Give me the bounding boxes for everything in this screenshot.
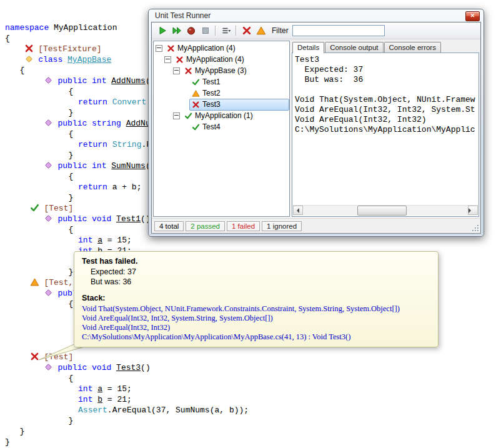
tree-item-label: Test2 — [202, 89, 221, 97]
method-icon[interactable] — [44, 76, 54, 85]
tree-item[interactable]: MyApplication (4) — [154, 42, 289, 54]
h-scrollbar[interactable] — [293, 205, 478, 216]
tree-item[interactable]: Test3 — [154, 99, 289, 110]
code-line: } — [5, 426, 496, 437]
collapse-expander[interactable] — [164, 56, 171, 63]
test-failed-icon — [192, 101, 200, 109]
scroll-left-button[interactable] — [293, 206, 303, 215]
resize-grip[interactable] — [472, 225, 479, 232]
tree-item[interactable]: MyApplication (1) — [154, 110, 289, 121]
method-icon[interactable] — [44, 288, 54, 297]
code-line: int b = 21; — [5, 394, 496, 405]
filter-input[interactable] — [292, 25, 385, 36]
tree-item-label: MyAppBase (3) — [195, 66, 247, 75]
toolbar-separator — [236, 26, 237, 36]
tooltip-expected: Expected: 37 — [82, 267, 433, 277]
details-line: Expected: 37 — [295, 65, 476, 75]
stack-frame-link[interactable]: C:\MySolutions\MyApplication\MyApplicati… — [82, 332, 433, 342]
collapse-expander[interactable] — [173, 67, 180, 74]
right-arrow-icon — [469, 208, 479, 213]
scrollbar-track[interactable] — [303, 206, 468, 216]
title-bar[interactable]: Unit Test Runner ✕ — [149, 9, 484, 22]
toolbar-separator — [215, 26, 216, 36]
details-line: Void AreEqual(Int32, Int32) — [295, 115, 476, 125]
code-line: } — [5, 416, 496, 426]
tree-item[interactable]: MyAppBase (3) — [154, 65, 289, 76]
test-ignored-icon — [192, 89, 200, 97]
code-line: Assert.AreEqual(37, SumNums(a, b)); — [5, 405, 496, 416]
test-failed-icon — [184, 67, 192, 75]
scrollbar-thumb[interactable] — [357, 206, 407, 216]
details-line: Void That(System.Object, NUnit.Framew — [295, 95, 476, 105]
status-passed: 2 passed — [186, 221, 225, 231]
tab-details[interactable]: Details — [292, 42, 324, 53]
test-failed-icon — [167, 44, 175, 52]
window-client-area: Filter MyApplication (4)MyApplication (4… — [151, 22, 481, 234]
close-button[interactable]: ✕ — [465, 11, 480, 21]
test-passed-icon[interactable] — [30, 203, 40, 212]
stack-frame-link[interactable]: Void AreEqual(Int32, Int32, System.Strin… — [82, 314, 433, 323]
method-icon[interactable] — [44, 214, 54, 223]
main-content: MyApplication (4)MyApplication (4)MyAppB… — [152, 39, 480, 218]
tree-item-label: Test3 — [202, 100, 221, 109]
scroll-right-button[interactable] — [468, 206, 478, 215]
code-line: } — [5, 437, 496, 447]
status-total: 4 total — [154, 221, 184, 231]
status-failed: 1 failed — [227, 221, 260, 231]
details-line: Void AreEqual(Int32, Int32, System.St — [295, 105, 476, 115]
details-tabs: DetailsConsole outputConsole errors — [292, 41, 479, 52]
code-line: int a = 15; — [5, 384, 496, 394]
toolbar: Filter — [152, 22, 480, 39]
left-arrow-icon — [294, 208, 299, 213]
unit-test-runner-window[interactable]: Unit Test Runner ✕ Filter MyApplication … — [148, 9, 484, 237]
collapse-expander[interactable] — [156, 45, 162, 52]
tree-item[interactable]: Test2 — [154, 87, 289, 99]
test-failed-icon — [176, 56, 184, 64]
show-failed-filter-button[interactable] — [240, 24, 253, 37]
tree-item[interactable]: Test4 — [154, 121, 289, 132]
tree-item-label: MyApplication (4) — [177, 44, 236, 52]
details-panel: DetailsConsole outputConsole errors Test… — [292, 41, 479, 217]
collapse-expander[interactable] — [173, 112, 180, 119]
tab-console-errors[interactable]: Console errors — [384, 42, 441, 52]
class-icon[interactable] — [24, 54, 34, 64]
screen: namespace MyApplication{ [TestFixture] c… — [0, 0, 496, 448]
run-test-button[interactable] — [156, 24, 169, 37]
tooltip-title: Test has failed. — [82, 257, 433, 267]
code-line: public void Test3() — [5, 362, 496, 373]
tooltip-butwas: But was: 36 — [82, 277, 433, 287]
options-dropdown-button[interactable] — [219, 24, 232, 37]
test-passed-icon — [192, 78, 200, 86]
stack-frame-link[interactable]: Void That(System.Object, NUnit.Framework… — [82, 304, 433, 314]
tree-item-label: MyApplication (4) — [186, 55, 244, 64]
test-ignored-icon[interactable] — [30, 277, 40, 287]
details-line — [295, 85, 476, 95]
method-icon[interactable] — [44, 161, 54, 170]
debug-tests-button[interactable] — [184, 24, 197, 37]
method-icon[interactable] — [44, 362, 54, 372]
method-icon[interactable] — [44, 118, 54, 127]
test-failed-icon[interactable] — [24, 44, 34, 53]
code-line: { — [5, 373, 496, 384]
test-tree[interactable]: MyApplication (4)MyApplication (4)MyAppB… — [153, 41, 290, 217]
status-ignored: 1 ignored — [262, 221, 302, 231]
tree-item-label: Test1 — [202, 77, 221, 86]
test-passed-icon — [184, 112, 192, 120]
tree-item-label: MyApplication (1) — [195, 111, 253, 120]
details-line: Test3 — [295, 55, 476, 65]
stop-button[interactable] — [199, 24, 212, 37]
details-text: Test3 Expected: 37 But was: 36 Void That… — [292, 52, 479, 217]
stack-frame-link[interactable]: Void AreEqual(Int32, Int32) — [82, 323, 433, 332]
tab-console-output[interactable]: Console output — [325, 42, 383, 52]
tree-item[interactable]: MyApplication (4) — [154, 54, 289, 65]
show-ignored-filter-button[interactable] — [254, 24, 267, 37]
test-failure-tooltip: Test has failed. Expected: 37 But was: 3… — [74, 251, 439, 347]
tree-item-label: Test4 — [202, 122, 221, 131]
test-passed-icon — [192, 123, 200, 131]
details-line: C:\MySolutions\MyApplication\MyApplic — [295, 125, 476, 135]
tooltip-stack-label: Stack: — [82, 294, 433, 304]
tree-item[interactable]: Test1 — [154, 76, 289, 87]
status-bar: 4 total2 passed1 failed1 ignored — [152, 218, 480, 233]
window-title: Unit Test Runner — [155, 11, 211, 20]
run-all-tests-button[interactable] — [170, 24, 183, 37]
